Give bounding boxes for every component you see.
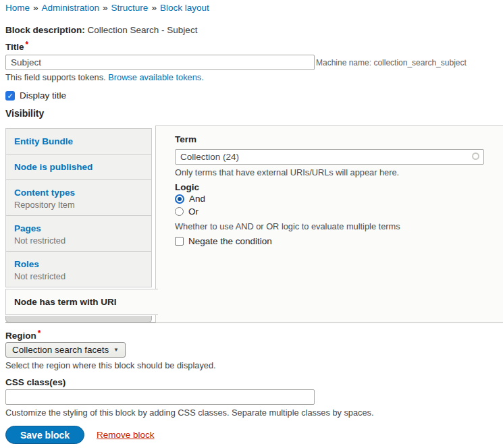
breadcrumb-link-structure[interactable]: Structure xyxy=(111,3,149,13)
region-label: Region* xyxy=(5,331,41,341)
required-marker: * xyxy=(38,329,41,338)
tab-summary: Not restricted xyxy=(14,235,143,246)
block-description-label: Block description: xyxy=(5,25,85,35)
breadcrumb-link-block-layout[interactable]: Block layout xyxy=(160,3,209,13)
css-classes-input[interactable] xyxy=(5,389,315,405)
remove-block-link[interactable]: Remove block xyxy=(97,430,155,440)
tab-label: Node is published xyxy=(14,161,143,173)
visibility-tabs-overflow-strip xyxy=(5,316,152,323)
tab-summary: Repository Item xyxy=(14,199,143,211)
title-help-text: This field supports tokens. Browse avail… xyxy=(5,72,204,82)
display-title-checkbox[interactable]: ✓ xyxy=(5,91,15,101)
block-description: Block description: Collection Search - S… xyxy=(5,25,197,35)
title-help-static: This field supports tokens. xyxy=(5,72,108,82)
tab-label: Node has term with URI xyxy=(14,296,150,308)
breadcrumb-separator: » xyxy=(103,3,108,13)
tab-entity-bundle[interactable]: Entity Bundle xyxy=(5,128,152,155)
breadcrumb-link-administration[interactable]: Administration xyxy=(42,3,100,13)
visibility-tabs-menu: Entity Bundle Node is published Content … xyxy=(5,128,152,315)
tab-label: Content types xyxy=(14,186,143,199)
region-help-text: Select the region where this block shoul… xyxy=(5,360,216,370)
tab-summary: Not restricted xyxy=(14,271,143,282)
machine-name-label: Machine name: xyxy=(316,58,371,67)
required-marker: * xyxy=(26,40,29,49)
tab-label: Entity Bundle xyxy=(14,135,143,148)
logic-and-radio[interactable] xyxy=(175,194,184,204)
display-title-row: ✓ Display title xyxy=(5,90,66,101)
logic-and-row: And xyxy=(175,194,205,204)
css-classes-label: CSS class(es) xyxy=(5,377,65,387)
negate-condition-label: Negate the condition xyxy=(188,236,272,246)
tab-content-types[interactable]: Content types Repository Item xyxy=(5,179,152,216)
breadcrumb-separator: » xyxy=(33,3,38,13)
tab-label: Pages xyxy=(14,222,143,235)
visibility-heading: Visibility xyxy=(5,108,44,119)
logic-or-row: Or xyxy=(175,206,198,217)
css-classes-help-text: Customize the styling of this block by a… xyxy=(5,408,374,418)
breadcrumb-separator: » xyxy=(151,3,157,13)
save-block-button[interactable]: Save block xyxy=(5,426,84,444)
tab-label: Roles xyxy=(14,258,143,271)
breadcrumb: Home»Administration»Structure»Block layo… xyxy=(5,3,209,13)
term-help-text: Only terms that have external URIs/URLs … xyxy=(175,167,399,177)
region-selected-option: Collection search facets xyxy=(12,345,109,355)
machine-name: Machine name: collection_search_subject xyxy=(316,58,467,67)
title-input[interactable] xyxy=(5,55,315,70)
negate-condition-row: Negate the condition xyxy=(175,236,272,246)
machine-name-value: collection_search_subject xyxy=(373,58,466,67)
term-input-wrap xyxy=(175,149,484,165)
logic-help-text: Whether to use AND or OR logic to evalua… xyxy=(175,221,400,231)
logic-or-radio[interactable] xyxy=(175,207,184,216)
logic-or-label: Or xyxy=(188,206,198,217)
title-label-text: Title xyxy=(5,42,24,52)
chevron-down-icon: ▼ xyxy=(113,347,119,353)
display-title-label: Display title xyxy=(20,90,66,101)
logic-label: Logic xyxy=(175,182,199,192)
tab-roles[interactable]: Roles Not restricted xyxy=(5,251,152,287)
tab-node-is-published[interactable]: Node is published xyxy=(5,154,152,180)
visibility-tab-pane: Term Only terms that have external URIs/… xyxy=(155,125,503,323)
title-label: Title* xyxy=(5,42,28,52)
region-select[interactable]: Collection search facets ▼ xyxy=(5,342,126,358)
region-label-text: Region xyxy=(5,331,36,341)
autocomplete-throbber-icon xyxy=(472,152,479,160)
visibility-vertical-tabs: Term Only terms that have external URIs/… xyxy=(5,121,503,324)
logic-and-label: And xyxy=(189,194,205,204)
block-description-value: Collection Search - Subject xyxy=(88,25,198,35)
tab-node-has-term-with-uri[interactable]: Node has term with URI xyxy=(5,289,158,315)
breadcrumb-link-home[interactable]: Home xyxy=(5,3,30,13)
negate-condition-checkbox[interactable] xyxy=(175,237,184,246)
term-autocomplete-input[interactable] xyxy=(175,149,484,165)
browse-tokens-link[interactable]: Browse available tokens. xyxy=(108,72,204,82)
term-label: Term xyxy=(175,134,196,144)
tab-pages[interactable]: Pages Not restricted xyxy=(5,215,152,252)
